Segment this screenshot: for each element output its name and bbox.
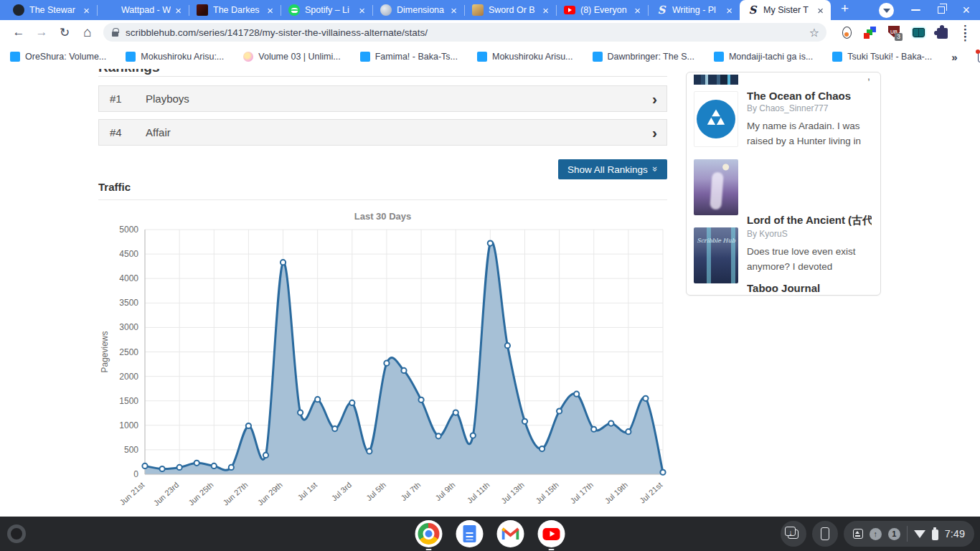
svg-text:Jul 13th: Jul 13th <box>499 481 526 506</box>
book-extension-icon[interactable] <box>913 28 925 37</box>
tab-search-button[interactable] <box>879 3 894 18</box>
browser-menu-icon[interactable]: ⋮⋮⋮ <box>960 27 970 38</box>
tab-label: (8) Everyon <box>580 5 630 15</box>
lock-icon[interactable] <box>112 32 118 37</box>
system-tray[interactable]: ↑ 1 7:49 <box>844 521 974 547</box>
bookmark-item-2[interactable]: Mokushiroku Arisu:... <box>126 52 224 62</box>
recycle-icon <box>697 100 735 138</box>
chrome-app-button[interactable] <box>415 520 443 547</box>
back-button[interactable]: ← <box>7 21 30 44</box>
gmail-app-button[interactable] <box>497 520 524 547</box>
bookmark-label: OreShura: Volume... <box>25 52 106 62</box>
restore-button[interactable] <box>938 6 945 14</box>
chevron-right-icon[interactable]: › <box>652 125 666 140</box>
tab-5[interactable]: Dimensiona× <box>373 0 464 20</box>
bookmark-item-7[interactable]: Mondaiji-tachi ga is... <box>714 52 813 62</box>
show-all-rankings-button[interactable]: Show All Rankings » <box>558 159 667 179</box>
svg-text:5000: 5000 <box>119 225 138 235</box>
url-text[interactable]: scribblehub.com/series/141728/my-sister-… <box>126 27 804 38</box>
wattpad-favicon <box>105 4 116 16</box>
forward-button[interactable]: → <box>30 21 53 44</box>
screen-capture-button[interactable] <box>781 521 806 547</box>
ancient-cover-image[interactable] <box>694 159 738 215</box>
page-content: Rankings #1Playboys›#4Affair› Show All R… <box>0 69 980 517</box>
minimize-button[interactable] <box>911 9 920 11</box>
taboo-cover-image[interactable]: Scribble Hub <box>694 227 738 283</box>
close-tab-icon[interactable]: × <box>357 5 367 16</box>
svg-text:Jul 9th: Jul 9th <box>433 481 456 503</box>
series-title[interactable]: Taboo Journal <box>747 282 872 294</box>
youtube-app-button[interactable] <box>538 520 565 547</box>
ublock-extension-icon[interactable]: UB 3 <box>888 26 900 39</box>
tab-8[interactable]: SWriting - Pl× <box>649 0 740 20</box>
bookmark-item-1[interactable]: OreShura: Volume... <box>10 52 106 62</box>
ranking-row-1[interactable]: #1Playboys› <box>98 85 667 112</box>
close-tab-icon[interactable]: × <box>449 5 458 16</box>
close-tab-icon[interactable]: × <box>265 5 275 16</box>
series-author[interactable]: By Chaos_Sinner777 <box>747 103 872 113</box>
ublock-badge: 3 <box>895 33 903 41</box>
tab-2[interactable]: Wattpad - W× <box>98 0 189 20</box>
bookmark-item-6[interactable]: Dawnbringer: The S... <box>593 52 694 62</box>
launcher-button[interactable] <box>7 524 26 543</box>
traffic-chart: 0500100015002000250030003500400045005000… <box>98 221 667 517</box>
blue-book-favicon <box>477 52 487 62</box>
blue-book-favicon <box>126 52 136 62</box>
reload-button[interactable]: ↻ <box>53 21 76 44</box>
tab-9[interactable]: SMy Sister T× <box>740 0 831 20</box>
tab-1[interactable]: The Stewar× <box>6 0 97 20</box>
squares-extension-icon[interactable] <box>864 27 876 39</box>
close-tab-icon[interactable]: × <box>82 5 91 16</box>
window-controls: × <box>879 0 980 20</box>
close-tab-icon[interactable]: × <box>816 5 825 16</box>
svg-text:Pageviews: Pageviews <box>100 331 110 372</box>
home-button[interactable]: ⌂ <box>76 21 99 44</box>
close-window-button[interactable]: × <box>962 4 970 17</box>
phone-hub-button[interactable] <box>812 521 838 547</box>
extensions-puzzle-icon[interactable] <box>937 28 948 39</box>
bookmark-item-5[interactable]: Mokushiroku Arisu... <box>477 52 573 62</box>
tab-label: Sword Or B <box>489 5 538 15</box>
tab-4[interactable]: Spotify – Li× <box>281 0 372 20</box>
recommendation-item-2[interactable]: Lord of the Ancient (古代...By KyoruSDoes … <box>694 158 872 222</box>
svg-text:Jul 7th: Jul 7th <box>399 481 422 503</box>
tab-7[interactable]: (8) Everyon× <box>557 0 648 20</box>
clipped-cover-image[interactable] <box>694 75 738 85</box>
new-tab-button[interactable]: + <box>841 1 849 18</box>
ranking-row-2[interactable]: #4Affair› <box>98 119 667 146</box>
ranking-position: #4 <box>99 126 133 138</box>
tab-6[interactable]: Sword Or B× <box>465 0 556 20</box>
tabs-container: The Stewar×Wattpad - W×The Darkes×Spotif… <box>0 0 831 20</box>
chevron-right-icon[interactable]: › <box>652 91 666 106</box>
darkest-favicon <box>197 4 208 16</box>
svg-text:Jun 29th: Jun 29th <box>255 481 283 507</box>
tab-label: The Darkes <box>213 5 263 15</box>
tab-label: Writing - Pl <box>672 5 722 15</box>
svg-text:0: 0 <box>133 469 138 479</box>
bookmarks-list: OreShura: Volume...Mokushiroku Arisu:...… <box>10 52 951 62</box>
phone-icon <box>821 527 829 540</box>
address-bar[interactable]: scribblehub.com/series/141728/my-sister-… <box>103 23 826 42</box>
reader-extension-icon[interactable] <box>842 27 852 39</box>
recommendation-item-1[interactable]: The Ocean of ChaosBy Chaos_Sinner777My n… <box>694 90 872 154</box>
bookmark-item-4[interactable]: Famima! - Baka-Ts... <box>360 52 458 62</box>
reading-list-icon <box>978 52 980 62</box>
close-tab-icon[interactable]: × <box>725 5 734 16</box>
recommendation-item-3[interactable]: Scribble HubTaboo JournalBy RinneOne day… <box>694 226 872 291</box>
close-tab-icon[interactable]: × <box>174 5 183 16</box>
reading-list-button[interactable]: Reading list <box>978 47 980 67</box>
divider <box>907 526 908 542</box>
tab-3[interactable]: The Darkes× <box>189 0 281 20</box>
close-tab-icon[interactable]: × <box>541 5 550 16</box>
ocean-cover-image[interactable] <box>694 91 738 147</box>
docs-app-button[interactable] <box>456 520 484 547</box>
bookmark-star-icon[interactable]: ☆ <box>809 26 819 39</box>
series-title[interactable]: The Ocean of Chaos <box>747 90 872 102</box>
steward-favicon <box>13 4 24 16</box>
bookmarks-overflow-chevron[interactable]: » <box>951 51 957 63</box>
tab-label: The Stewar <box>29 5 79 15</box>
close-tab-icon[interactable]: × <box>633 5 642 16</box>
double-chevron-down-icon: » <box>650 166 661 171</box>
bookmark-item-8[interactable]: Tsuki Tsuki! - Baka-... <box>832 52 932 62</box>
bookmark-item-3[interactable]: Volume 03 | Unlimi... <box>243 52 340 62</box>
